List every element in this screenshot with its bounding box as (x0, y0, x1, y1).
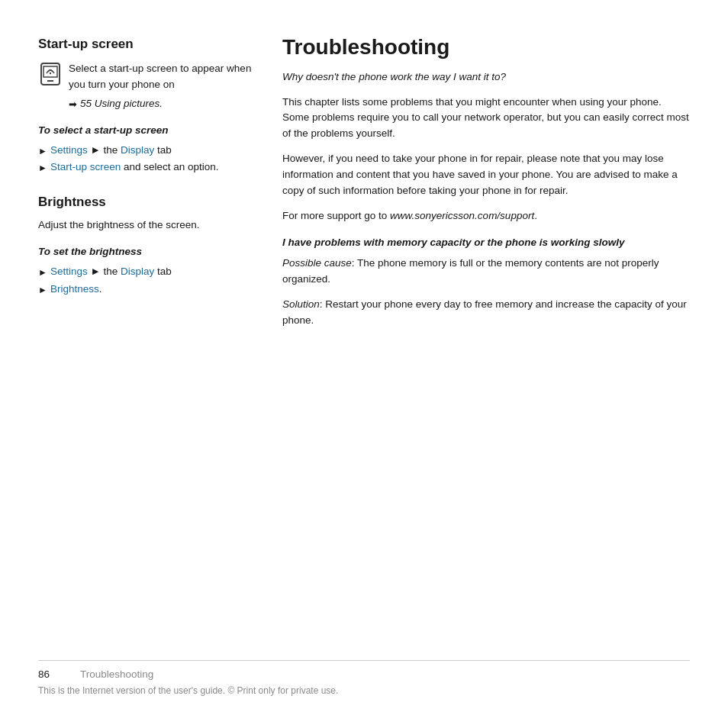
left-column: Start-up screen (38, 31, 259, 660)
nav-settings-display: ► Settings ► the Display tab (38, 143, 259, 158)
brightness-subheading: To set the brightness (38, 244, 259, 259)
b-nav1-end: tab (154, 266, 172, 277)
b-display-link[interactable]: Display (121, 266, 154, 277)
para3-link[interactable]: www.sonyericsson.com/support (390, 210, 534, 221)
intro-italic: Why doesn't the phone work the way I wan… (282, 69, 690, 85)
solution-label: Solution (282, 298, 320, 310)
para1: This chapter lists some problems that yo… (282, 95, 690, 143)
solution-text: : Restart your phone every day to free m… (282, 298, 687, 326)
para3-start: For more support go to (282, 210, 390, 221)
b-nav1-arrow: ► (38, 266, 47, 279)
startup-screen-link[interactable]: Start-up screen (50, 161, 121, 172)
b-nav2-text: Brightness. (50, 282, 102, 297)
b-nav1-text: Settings ► the Display tab (50, 264, 172, 279)
brightness-title: Brightness (38, 192, 259, 212)
para2: However, if you need to take your phone … (282, 151, 690, 199)
select-subheading: To select a start-up screen (38, 123, 259, 138)
nav1-text: Settings ► the Display tab (50, 143, 172, 158)
b-nav2-arrow: ► (38, 283, 47, 297)
startup-icon-row: Select a start-up screen to appear when … (38, 60, 259, 112)
startup-title: Start-up screen (38, 34, 259, 54)
cause-para: Possible cause: The phone memory is full… (282, 256, 690, 288)
problem-heading: I have problems with memory capacity or … (282, 235, 690, 251)
right-column: Troubleshooting Why doesn't the phone wo… (282, 31, 690, 660)
brightness-desc: Adjust the brightness of the screen. (38, 217, 259, 234)
startup-section: Start-up screen (38, 34, 259, 176)
b-nav-brightness: ► Brightness. (38, 282, 259, 297)
troubleshooting-title: Troubleshooting (282, 34, 690, 60)
b-nav1-middle: ► the (88, 266, 121, 277)
settings-link1[interactable]: Settings (50, 144, 88, 156)
para3: For more support go to www.sonyericsson.… (282, 208, 690, 224)
b-settings-link[interactable]: Settings (50, 266, 88, 277)
footer-main: 86 Troubleshooting (38, 667, 690, 682)
nav2-end: and select an option. (121, 161, 218, 172)
footer: 86 Troubleshooting This is the Internet … (38, 660, 690, 697)
svg-point-2 (50, 72, 51, 73)
main-content: Start-up screen (38, 31, 690, 660)
b-nav-settings-display: ► Settings ► the Display tab (38, 264, 259, 279)
para3-end: . (534, 210, 537, 221)
brightness-link[interactable]: Brightness (50, 283, 99, 295)
solution-para: Solution: Restart your phone every day t… (282, 297, 690, 329)
footer-disclaimer: This is the Internet version of the user… (38, 684, 690, 697)
nav1-middle: ► the (88, 144, 121, 156)
b-nav2-end: . (99, 283, 102, 295)
nav-startup-screen: ► Start-up screen and select an option. (38, 159, 259, 175)
page: Start-up screen (0, 0, 728, 728)
brightness-section: Brightness Adjust the brightness of the … (38, 192, 259, 297)
startup-link-row: ➡ 55 Using pictures. (69, 96, 259, 112)
display-link1[interactable]: Display (121, 144, 154, 156)
svg-rect-1 (43, 66, 57, 77)
startup-desc: Select a start-up screen to appear when … (69, 60, 259, 112)
startup-screen-icon (38, 62, 63, 86)
startup-link-arrow: ➡ (69, 97, 77, 112)
startup-link-text: 55 Using pictures. (80, 96, 163, 111)
nav1-arrow: ► (38, 144, 47, 158)
cause-label: Possible cause (282, 257, 352, 269)
page-number: 86 (38, 667, 50, 682)
nav2-arrow: ► (38, 161, 47, 175)
footer-section-label: Troubleshooting (80, 667, 153, 682)
nav1-end: tab (154, 144, 172, 156)
nav2-text: Start-up screen and select an option. (50, 159, 219, 175)
